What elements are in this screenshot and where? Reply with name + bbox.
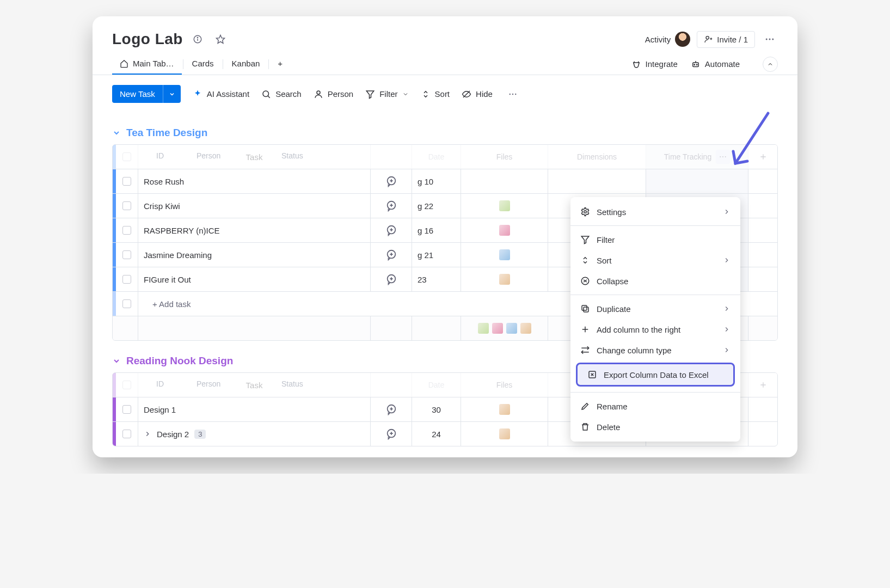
col-label: Task [246,152,263,162]
menu-label: Settings [597,207,626,217]
row-checkbox[interactable] [122,250,131,259]
chevron-right-icon[interactable] [144,430,151,438]
menu-duplicate[interactable]: Duplicate [570,298,740,319]
menu-sort[interactable]: Sort [570,250,740,271]
files-cell[interactable] [461,243,548,267]
open-conversation[interactable] [370,194,412,218]
person-filter-button[interactable]: Person [314,89,354,99]
open-conversation[interactable] [370,267,412,291]
filter-button[interactable]: Filter [365,89,408,99]
menu-delete[interactable]: Delete [570,416,740,437]
new-task-dropdown[interactable] [163,85,181,103]
group-header[interactable]: Tea Time Design [112,127,778,139]
add-view-button[interactable]: + [270,53,290,75]
search-button[interactable]: Search [261,89,302,99]
menu-label: Sort [597,256,612,265]
menu-export-excel[interactable]: Export Column Data to Excel [576,363,735,387]
file-thumb [499,274,510,285]
col-files[interactable]: Files [461,145,548,169]
files-cell[interactable] [461,267,548,291]
row-checkbox[interactable] [122,430,131,438]
row-checkbox[interactable] [122,226,131,235]
person-icon [314,89,323,99]
filter-icon [365,89,375,99]
annotation-arrow [726,109,775,174]
chevron-right-icon [723,256,731,264]
svg-point-14 [263,91,269,97]
open-conversation[interactable] [370,243,412,267]
tab-cards[interactable]: Cards [185,53,222,75]
new-task-button[interactable]: New Task [112,85,181,103]
files-summary [478,323,531,334]
toolbar-more-icon[interactable] [505,86,521,102]
sort-button[interactable]: Sort [421,89,450,99]
hide-button[interactable]: Hide [462,89,493,99]
task-name: FIGure it Out [144,275,191,284]
menu-change-type[interactable]: Change column type [570,340,740,360]
col-task[interactable]: Task [138,145,370,169]
board-frame: Logo Lab Activity Invite / 1 Main Tab… C… [93,16,797,457]
menu-add-column-right[interactable]: Add column to the right [570,319,740,340]
col-files[interactable]: Files [461,373,548,397]
collapse-header-button[interactable] [763,57,778,72]
tab-kanban[interactable]: Kanban [224,53,268,75]
invite-button[interactable]: Invite / 1 [697,31,755,48]
robot-icon [691,59,701,69]
open-conversation[interactable] [370,397,412,421]
svg-point-2 [197,37,198,38]
tab-label: Cards [192,59,214,68]
open-conversation[interactable] [370,422,412,446]
files-cell[interactable] [461,194,548,218]
board-title: Logo Lab [112,30,183,48]
chevron-down-icon [169,91,175,97]
row-checkbox[interactable] [122,299,131,308]
invite-label: Invite / 1 [717,35,748,44]
automate-button[interactable]: Automate [691,59,740,69]
tab-main[interactable]: Main Tab… [112,53,182,75]
files-cell[interactable] [461,422,548,446]
menu-collapse[interactable]: Collapse [570,271,740,291]
star-icon[interactable] [212,31,229,47]
select-all-cell[interactable] [113,373,138,397]
col-label: Task [246,381,263,390]
open-conversation[interactable] [370,218,412,242]
row-checkbox[interactable] [122,275,131,284]
files-cell[interactable] [461,218,548,242]
menu-settings[interactable]: Settings [570,201,740,222]
chevron-right-icon [723,208,731,216]
files-cell[interactable] [461,397,548,421]
col-label: Time Tracking [664,152,711,161]
files-cell[interactable] [461,169,548,193]
activity-link[interactable]: Activity [645,32,691,47]
menu-rename[interactable]: Rename [570,396,740,416]
col-date[interactable]: Date [412,145,461,169]
row-checkbox[interactable] [122,177,131,186]
table-row[interactable]: Rose Rush g 10 [113,169,777,193]
date-value: g 16 [418,226,433,235]
home-icon [120,59,128,68]
automate-label: Automate [705,59,740,69]
col-label: Date [428,152,445,161]
row-checkbox[interactable] [122,405,131,414]
col-dimensions[interactable]: Dimensions [548,145,646,169]
svg-marker-17 [366,91,374,99]
chat-add-icon [385,249,397,261]
col-label: Dimensions [577,152,617,161]
svg-point-11 [694,64,695,65]
integrate-button[interactable]: Integrate [631,59,678,69]
col-task[interactable]: Task [138,373,370,397]
eye-off-icon [462,89,471,99]
more-icon[interactable] [762,31,778,47]
add-column-button[interactable] [748,373,777,397]
search-label: Search [275,89,302,99]
info-icon[interactable] [189,31,206,47]
select-all-cell[interactable] [113,145,138,169]
row-checkbox[interactable] [122,201,131,210]
menu-label: Duplicate [597,304,631,314]
menu-filter[interactable]: Filter [570,229,740,250]
col-date[interactable]: Date [412,373,461,397]
task-name: Rose Rush [144,177,184,186]
open-conversation[interactable] [370,169,412,193]
svg-point-23 [722,156,723,157]
ai-assistant-button[interactable]: AI Assistant [193,89,249,99]
